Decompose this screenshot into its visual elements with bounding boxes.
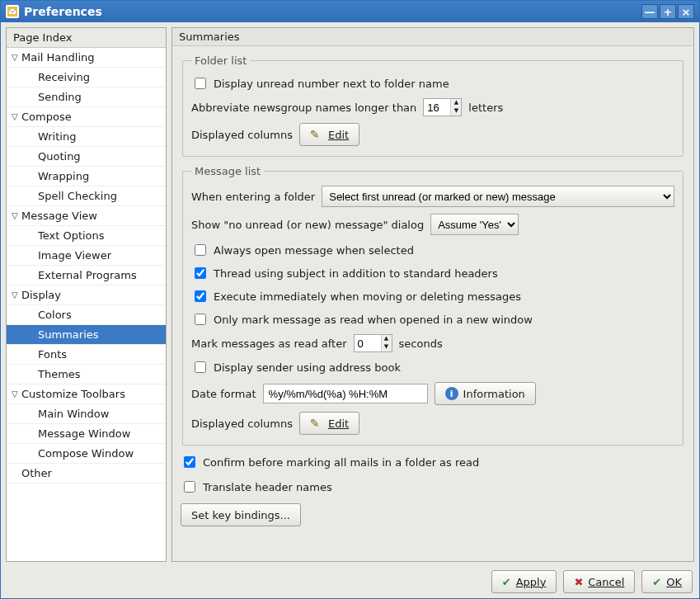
folder-displayed-columns-label: Displayed columns xyxy=(191,129,293,141)
apply-button[interactable]: Apply xyxy=(491,570,557,593)
execute-immediately-label: Execute immediately when moving or delet… xyxy=(214,290,521,303)
message-list-legend: Message list xyxy=(191,165,264,177)
titlebar[interactable]: Preferences — + × xyxy=(1,1,699,22)
display-unread-label: Display unread number next to folder nam… xyxy=(214,78,449,90)
only-mark-window-input[interactable] xyxy=(195,314,206,325)
sidebar-item-themes[interactable]: Themes xyxy=(7,365,166,384)
display-sender-ab-input[interactable] xyxy=(195,361,206,373)
sidebar-group-label: Mail Handling xyxy=(21,51,95,64)
sidebar-group-message-view[interactable]: ▽ Message View xyxy=(7,206,166,226)
abbrev-prefix: Abbreviate newsgroup names longer than xyxy=(191,101,416,114)
sidebar-item-other[interactable]: Other xyxy=(7,464,166,483)
sidebar-item-wrapping[interactable]: Wrapping xyxy=(7,167,166,186)
spin-down-icon[interactable]: ▼ xyxy=(382,343,392,351)
sidebar-item-colors[interactable]: Colors xyxy=(7,305,166,325)
date-format-input[interactable] xyxy=(263,384,428,403)
sidebar-item-external-programs[interactable]: External Programs xyxy=(7,266,166,285)
message-list-group: Message list When entering a folder Sele… xyxy=(182,165,684,446)
confirm-mark-all-checkbox[interactable]: Confirm before marking all mails in a fo… xyxy=(181,454,479,470)
no-unread-label: Show "no unread (or new) message" dialog xyxy=(191,219,424,231)
sidebar-item-fonts[interactable]: Fonts xyxy=(7,345,166,365)
sidebar-item-receiving[interactable]: Receiving xyxy=(7,68,166,87)
sidebar-item-writing[interactable]: Writing xyxy=(7,127,166,147)
display-sender-ab-checkbox[interactable]: Display sender using address book xyxy=(191,359,401,375)
app-icon xyxy=(6,5,19,18)
only-mark-window-label: Only mark message as read when opened in… xyxy=(214,314,533,326)
no-unread-select[interactable]: Assume 'Yes' xyxy=(430,214,519,235)
translate-headers-checkbox[interactable]: Translate header names xyxy=(181,479,332,495)
maximize-button[interactable]: + xyxy=(660,4,676,19)
minimize-button[interactable]: — xyxy=(641,4,658,19)
sidebar-item-image-viewer[interactable]: Image Viewer xyxy=(7,246,166,266)
spin-down-icon[interactable]: ▼ xyxy=(451,107,461,116)
mark-read-suffix: seconds xyxy=(399,337,443,350)
only-mark-window-checkbox[interactable]: Only mark message as read when opened in… xyxy=(191,311,533,328)
sidebar-item-summaries[interactable]: Summaries xyxy=(7,325,166,345)
sidebar-item-compose-window[interactable]: Compose Window xyxy=(7,444,166,464)
mark-read-prefix: Mark messages as read after xyxy=(191,337,347,350)
sidebar-item-spell-checking[interactable]: Spell Checking xyxy=(7,186,166,206)
mark-read-spinner[interactable]: ▲▼ xyxy=(354,334,392,352)
edit-icon xyxy=(310,128,323,141)
info-icon: i xyxy=(445,387,458,400)
sidebar: Page Index ▽ Mail Handling Receiving Sen… xyxy=(6,27,167,562)
information-button[interactable]: i Information xyxy=(435,382,536,405)
confirm-mark-all-input[interactable] xyxy=(184,456,195,468)
ok-label: OK xyxy=(666,576,682,588)
sidebar-group-mail-handling[interactable]: ▽ Mail Handling xyxy=(7,48,166,68)
thread-subject-checkbox[interactable]: Thread using subject in addition to stan… xyxy=(191,265,498,281)
cancel-label: Cancel xyxy=(588,576,624,588)
sidebar-group-label: Display xyxy=(21,289,61,301)
preferences-window: Preferences — + × Page Index ▽ Mail Hand… xyxy=(0,0,700,599)
ok-icon xyxy=(652,576,661,588)
sidebar-group-customize-toolbars[interactable]: ▽ Customize Toolbars xyxy=(7,384,166,404)
sidebar-item-main-window[interactable]: Main Window xyxy=(7,404,166,424)
set-key-bindings-button[interactable]: Set key bindings... xyxy=(181,503,301,526)
close-button[interactable]: × xyxy=(678,4,694,19)
confirm-mark-all-label: Confirm before marking all mails in a fo… xyxy=(203,456,479,469)
sidebar-item-label: Other xyxy=(21,467,52,479)
dialog-footer: Apply Cancel OK xyxy=(6,567,694,593)
spin-up-icon[interactable]: ▲ xyxy=(451,99,461,107)
window-title: Preferences xyxy=(24,5,641,18)
always-open-checkbox[interactable]: Always open message when selected xyxy=(191,242,414,258)
edit-button-label: Edit xyxy=(328,417,349,430)
msg-edit-columns-button[interactable]: Edit xyxy=(299,412,359,435)
sidebar-item-quoting[interactable]: Quoting xyxy=(7,147,166,167)
translate-headers-input[interactable] xyxy=(184,481,195,493)
edit-icon xyxy=(310,417,323,430)
cancel-button[interactable]: Cancel xyxy=(563,570,635,593)
display-unread-checkbox[interactable]: Display unread number next to folder nam… xyxy=(191,75,449,92)
always-open-label: Always open message when selected xyxy=(214,244,414,257)
sidebar-group-compose[interactable]: ▽ Compose xyxy=(7,107,166,127)
sidebar-item-message-window[interactable]: Message Window xyxy=(7,424,166,444)
apply-label: Apply xyxy=(516,576,547,588)
sidebar-group-label: Compose xyxy=(21,111,72,123)
when-entering-label: When entering a folder xyxy=(191,191,315,203)
execute-immediately-checkbox[interactable]: Execute immediately when moving or delet… xyxy=(191,288,521,304)
display-unread-input[interactable] xyxy=(195,78,206,89)
abbrev-input[interactable] xyxy=(424,99,450,116)
when-entering-select[interactable]: Select first unread (or marked or new) m… xyxy=(322,186,674,207)
thread-subject-label: Thread using subject in addition to stan… xyxy=(214,267,498,280)
ok-button[interactable]: OK xyxy=(641,570,693,593)
execute-immediately-input[interactable] xyxy=(195,290,206,302)
chevron-down-icon: ▽ xyxy=(12,53,21,62)
sidebar-item-text-options[interactable]: Text Options xyxy=(7,226,166,246)
spin-up-icon[interactable]: ▲ xyxy=(382,335,392,343)
abbrev-spinner[interactable]: ▲▼ xyxy=(423,98,462,116)
mark-read-input[interactable] xyxy=(355,335,381,351)
folder-edit-columns-button[interactable]: Edit xyxy=(299,123,359,146)
page-title: Summaries xyxy=(172,28,693,46)
sidebar-item-sending[interactable]: Sending xyxy=(7,87,166,107)
content-panel: Summaries Folder list Display unread num… xyxy=(171,27,694,562)
display-sender-ab-label: Display sender using address book xyxy=(214,361,401,374)
translate-headers-label: Translate header names xyxy=(203,481,332,493)
chevron-down-icon: ▽ xyxy=(12,290,21,300)
thread-subject-input[interactable] xyxy=(195,267,206,279)
folder-list-legend: Folder list xyxy=(191,54,250,67)
always-open-input[interactable] xyxy=(195,244,206,256)
sidebar-group-display[interactable]: ▽ Display xyxy=(7,285,166,305)
chevron-down-icon: ▽ xyxy=(12,112,21,121)
chevron-down-icon: ▽ xyxy=(12,389,21,399)
